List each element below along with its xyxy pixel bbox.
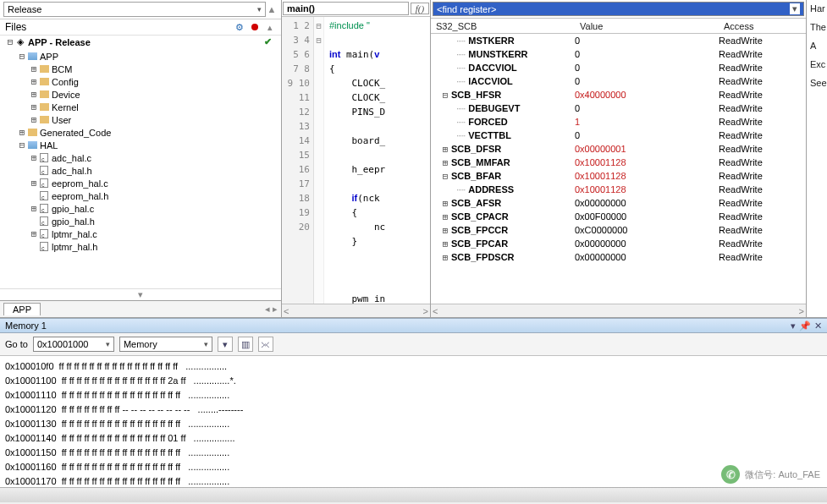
register-row[interactable]: SCB_CPACR0x00F00000ReadWrite: [431, 210, 806, 223]
scroll-up-icon[interactable]: ▴: [264, 21, 276, 33]
register-row[interactable]: SCB_FPCCR0xC0000000ReadWrite: [431, 223, 806, 237]
fx-icon[interactable]: f(): [411, 3, 429, 14]
tree-item[interactable]: Kernel: [0, 101, 281, 113]
tree-item[interactable]: Generated_Code: [0, 126, 281, 139]
register-row[interactable]: ·····ADDRESS0x10001128ReadWrite: [431, 183, 806, 196]
tree-item[interactable]: Device: [0, 88, 281, 101]
tree-item[interactable]: gpio_hal.c: [0, 202, 281, 215]
scroll-right-icon[interactable]: >: [423, 306, 428, 316]
register-panel: <find register> ▾ S32_SCB Value Access ·…: [431, 0, 807, 317]
tree-item[interactable]: lptmr_hal.c: [0, 227, 281, 240]
find-register-dropdown[interactable]: <find register> ▾: [433, 2, 804, 16]
sidebar-fragment: A: [808, 41, 825, 51]
tree-item[interactable]: BCM: [0, 63, 281, 75]
status-bar: [0, 487, 827, 502]
checkmark-icon: ✔: [264, 36, 276, 47]
tree-item[interactable]: eeprom_hal.c: [0, 177, 281, 189]
scroll-up-icon[interactable]: ▲: [266, 4, 278, 14]
view-mode-dropdown[interactable]: Memory: [119, 337, 212, 352]
project-root[interactable]: APP - Release: [28, 37, 91, 47]
scroll-right-icon[interactable]: >: [799, 306, 804, 316]
fold-column[interactable]: ⊟ ⊟: [314, 17, 324, 304]
config-dropdown-value: Release: [8, 4, 41, 14]
tree-item[interactable]: eeprom_hal.h: [0, 189, 281, 202]
goto-address-value: 0x10001000: [37, 339, 89, 349]
wechat-icon: ✆: [721, 465, 740, 484]
register-row[interactable]: SCB_FPDSCR0x00000000ReadWrite: [431, 250, 806, 264]
chevron-down-icon: ▾: [790, 3, 800, 14]
tree-item[interactable]: APP: [0, 50, 281, 63]
tab-next-icon[interactable]: ▸: [273, 304, 278, 315]
register-row[interactable]: SCB_MMFAR0x10001128ReadWrite: [431, 156, 806, 169]
tree-item[interactable]: adc_hal.h: [0, 164, 281, 177]
col-name[interactable]: S32_SCB: [431, 21, 575, 31]
right-sidebar: HarTheAExcSee: [807, 0, 827, 317]
register-list[interactable]: ·····MSTKERR0ReadWrite·····MUNSTKERR0Rea…: [431, 34, 806, 264]
view-mode-value: Memory: [124, 339, 157, 349]
memory-view[interactable]: 0x100010f0 ff ff ff ff ff ff ff ff ff ff…: [0, 356, 827, 487]
register-row[interactable]: ·····VECTTBL0ReadWrite: [431, 129, 806, 142]
symbol-dropdown[interactable]: main(): [283, 2, 409, 15]
memory-title: Memory 1: [5, 320, 791, 331]
close-icon[interactable]: ✕: [814, 320, 822, 331]
tab-app[interactable]: APP: [3, 303, 41, 315]
files-header-label: Files: [5, 21, 230, 33]
tab-prev-icon[interactable]: ◂: [265, 304, 270, 315]
memory-panel: Memory 1 ▾ 📌 ✕ Go to 0x10001000 Memory ▾…: [0, 318, 827, 487]
expand-toggle[interactable]: [5, 36, 15, 47]
line-gutter: 1 2 3 4 5 6 7 8 9 10 11 12 13 14 15 16 1…: [282, 17, 314, 304]
code-panel: main() f() 1 2 3 4 5 6 7 8 9 10 11 12 13…: [282, 0, 431, 317]
sidebar-fragment: See: [808, 78, 825, 88]
register-row[interactable]: SCB_DFSR0x00000001ReadWrite: [431, 142, 806, 156]
goto-address-input[interactable]: 0x10001000: [33, 337, 114, 352]
col-value[interactable]: Value: [575, 21, 719, 31]
waveform-icon[interactable]: ⩙: [258, 337, 273, 352]
register-row[interactable]: ·····FORCED1ReadWrite: [431, 115, 806, 129]
col-access[interactable]: Access: [719, 21, 758, 31]
register-row[interactable]: SCB_HFSR0x40000000ReadWrite: [431, 88, 806, 101]
toolbar-dropdown-icon[interactable]: ▾: [218, 337, 233, 352]
files-panel: Release ▲ Files ⚙ ▴ ◈ APP - Release ✔ AP…: [0, 0, 282, 317]
config-dropdown[interactable]: Release: [3, 2, 266, 17]
register-row[interactable]: ·····DEBUGEVT0ReadWrite: [431, 101, 806, 115]
register-row[interactable]: SCB_AFSR0x00000000ReadWrite: [431, 196, 806, 210]
register-row[interactable]: ·····MSTKERR0ReadWrite: [431, 34, 806, 47]
sidebar-fragment: Har: [808, 3, 825, 14]
register-row[interactable]: ·····DACCVIOL0ReadWrite: [431, 61, 806, 74]
tree-item[interactable]: adc_hal.c: [0, 151, 281, 164]
register-row[interactable]: SCB_FPCAR0x00000000ReadWrite: [431, 237, 806, 250]
tree-item[interactable]: Config: [0, 75, 281, 88]
goto-label: Go to: [5, 339, 28, 349]
record-icon[interactable]: [249, 21, 261, 33]
find-register-placeholder: <find register>: [437, 4, 496, 14]
tree-item[interactable]: gpio_hal.h: [0, 215, 281, 227]
scroll-left-icon[interactable]: <: [433, 306, 438, 316]
tree-item[interactable]: lptmr_hal.h: [0, 240, 281, 253]
gear-icon[interactable]: ⚙: [234, 21, 245, 33]
scroll-left-icon[interactable]: <: [284, 306, 289, 316]
register-row[interactable]: ·····IACCVIOL0ReadWrite: [431, 74, 806, 88]
register-row[interactable]: ·····MUNSTKERR0ReadWrite: [431, 47, 806, 61]
cube-icon: ◈: [15, 37, 25, 47]
register-row[interactable]: SCB_BFAR0x10001128ReadWrite: [431, 169, 806, 183]
file-tree[interactable]: APPBCMConfigDeviceKernelUserGenerated_Co…: [0, 48, 281, 288]
code-editor[interactable]: #include " int main(v { CLOCK_ CLOCK_ PI…: [324, 17, 430, 304]
scroll-down-icon[interactable]: ▾: [0, 288, 281, 300]
sidebar-fragment: Exc: [808, 59, 825, 69]
columns-icon[interactable]: ▥: [238, 337, 253, 352]
tree-item[interactable]: User: [0, 113, 281, 126]
tree-item[interactable]: HAL: [0, 139, 281, 151]
dropdown-icon[interactable]: ▾: [791, 320, 796, 331]
sidebar-fragment: The: [808, 22, 825, 32]
watermark: ✆ 微信号: Auto_FAE: [721, 465, 820, 484]
pin-icon[interactable]: 📌: [799, 320, 811, 331]
